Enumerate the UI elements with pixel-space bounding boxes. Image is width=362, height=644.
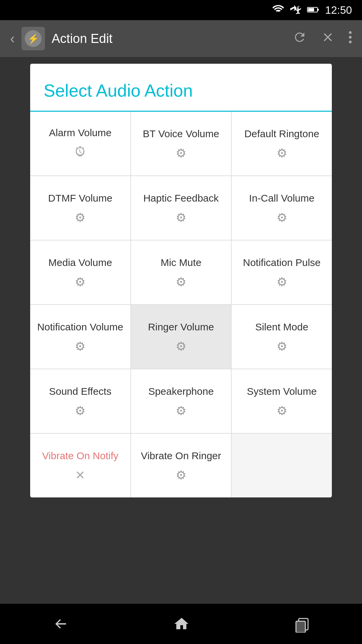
haptic-feedback-icon: ⚙ <box>176 211 186 225</box>
mic-mute-label: Mic Mute <box>161 256 201 269</box>
svg-rect-3 <box>308 8 314 11</box>
silent-mode-label: Silent Mode <box>255 320 308 333</box>
dtmf-volume-label: DTMF Volume <box>48 192 112 205</box>
bt-voice-volume-label: BT Voice Volume <box>143 127 219 140</box>
page-title: Action Edit <box>52 32 286 46</box>
battery-icon <box>307 5 319 15</box>
system-volume-label: System Volume <box>247 385 316 398</box>
dtmf-volume-icon: ⚙ <box>75 211 85 225</box>
media-volume-label: Media Volume <box>48 256 112 269</box>
vibrate-on-ringer-label: Vibrate On Ringer <box>141 449 221 462</box>
dialog-title: Select Audio Action <box>44 81 193 100</box>
vibrate-on-ringer-icon: ⚙ <box>176 468 186 482</box>
svg-point-6 <box>349 31 352 34</box>
more-options-icon[interactable] <box>349 30 352 48</box>
home-nav-icon[interactable] <box>173 615 190 633</box>
svg-text:✈: ✈ <box>292 4 298 13</box>
svg-text:⚡: ⚡ <box>27 33 39 44</box>
mic-mute-icon: ⚙ <box>176 275 186 289</box>
close-icon[interactable] <box>320 30 335 48</box>
system-volume-item[interactable]: System Volume ⚙ <box>232 369 332 433</box>
notification-pulse-label: Notification Pulse <box>243 256 321 269</box>
dialog-header: Select Audio Action <box>30 64 332 112</box>
navigation-bar <box>0 604 362 644</box>
notification-pulse-item[interactable]: Notification Pulse ⚙ <box>232 240 332 304</box>
recents-nav-icon[interactable] <box>293 615 311 633</box>
alarm-volume-item[interactable]: Alarm Volume <box>30 112 130 175</box>
ringer-volume-label: Ringer Volume <box>148 320 214 333</box>
status-bar: ✈ 12:50 <box>0 0 362 20</box>
notification-volume-item[interactable]: Notification Volume ⚙ <box>30 305 130 369</box>
media-volume-icon: ⚙ <box>75 275 85 289</box>
vibrate-on-notify-icon: ✕ <box>75 468 85 482</box>
content-area: Select Audio Action Alarm Volume BT Voic… <box>0 57 362 604</box>
refresh-icon[interactable] <box>292 30 307 48</box>
notification-volume-label: Notification Volume <box>37 320 123 333</box>
status-icons: ✈ 12:50 <box>272 4 352 17</box>
empty-cell <box>232 434 332 497</box>
sound-effects-label: Sound Effects <box>49 385 111 398</box>
svg-point-8 <box>349 41 352 43</box>
silent-mode-item[interactable]: Silent Mode ⚙ <box>232 305 332 369</box>
alarm-volume-label: Alarm Volume <box>49 126 112 139</box>
vibrate-on-notify-label: Vibrate On Notify <box>42 449 118 462</box>
status-time: 12:50 <box>325 4 352 16</box>
airplane-icon: ✈ <box>290 4 301 17</box>
haptic-feedback-label: Haptic Feedback <box>143 192 219 205</box>
dialog: Select Audio Action Alarm Volume BT Voic… <box>30 64 332 497</box>
ringer-volume-icon: ⚙ <box>176 339 186 354</box>
svg-rect-10 <box>296 621 305 633</box>
dtmf-volume-item[interactable]: DTMF Volume ⚙ <box>30 176 130 240</box>
speakerphone-item[interactable]: Speakerphone ⚙ <box>131 369 231 433</box>
bt-voice-volume-icon: ⚙ <box>176 146 186 160</box>
app-logo: ⚡ <box>21 27 45 50</box>
default-ringtone-item[interactable]: Default Ringtone ⚙ <box>232 112 332 175</box>
sound-effects-item[interactable]: Sound Effects ⚙ <box>30 369 130 433</box>
notification-pulse-icon: ⚙ <box>277 275 287 289</box>
vibrate-on-notify-item[interactable]: Vibrate On Notify ✕ <box>30 434 130 497</box>
silent-mode-icon: ⚙ <box>277 339 287 354</box>
in-call-volume-label: In-Call Volume <box>249 192 314 205</box>
ringer-volume-item[interactable]: Ringer Volume ⚙ <box>131 305 231 369</box>
haptic-feedback-item[interactable]: Haptic Feedback ⚙ <box>131 176 231 240</box>
default-ringtone-icon: ⚙ <box>277 146 287 160</box>
default-ringtone-label: Default Ringtone <box>244 127 319 140</box>
notification-volume-icon: ⚙ <box>75 339 85 354</box>
speakerphone-icon: ⚙ <box>176 404 186 418</box>
toolbar: ‹ ⚡ Action Edit <box>0 20 362 57</box>
audio-actions-grid: Alarm Volume BT Voice Volume ⚙ Default R… <box>30 112 332 497</box>
wifi-icon <box>272 4 284 16</box>
mic-mute-item[interactable]: Mic Mute ⚙ <box>131 240 231 304</box>
back-nav-icon[interactable] <box>51 614 70 633</box>
back-arrow-icon[interactable]: ‹ <box>10 31 15 47</box>
svg-rect-2 <box>317 9 319 11</box>
system-volume-icon: ⚙ <box>277 404 287 418</box>
bt-voice-volume-item[interactable]: BT Voice Volume ⚙ <box>131 112 231 175</box>
in-call-volume-item[interactable]: In-Call Volume ⚙ <box>232 176 332 240</box>
speakerphone-label: Speakerphone <box>148 385 214 398</box>
alarm-volume-icon <box>74 145 86 161</box>
media-volume-item[interactable]: Media Volume ⚙ <box>30 240 130 304</box>
in-call-volume-icon: ⚙ <box>277 211 287 225</box>
sound-effects-icon: ⚙ <box>75 404 85 418</box>
vibrate-on-ringer-item[interactable]: Vibrate On Ringer ⚙ <box>131 434 231 497</box>
svg-point-7 <box>349 36 352 39</box>
toolbar-actions <box>292 30 352 48</box>
